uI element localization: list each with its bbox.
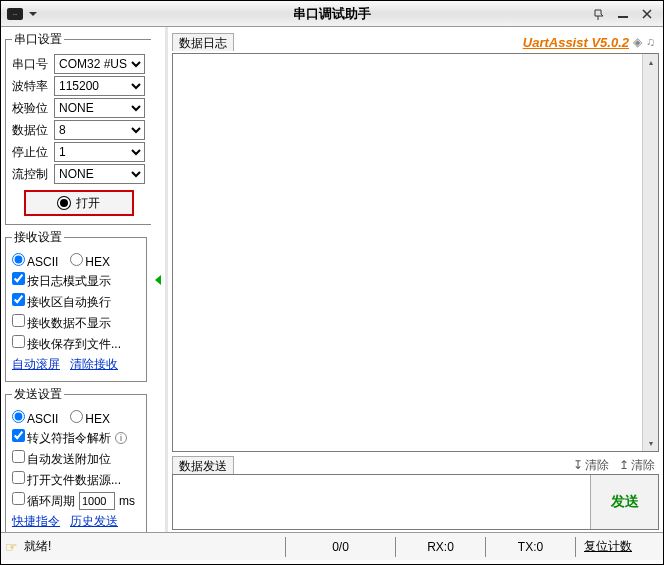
recv-ascii-radio[interactable]: ASCII bbox=[12, 253, 58, 269]
data-log-label: 数据日志 bbox=[172, 33, 234, 51]
send-ascii-radio[interactable]: ASCII bbox=[12, 410, 58, 426]
send-settings-legend: 发送设置 bbox=[12, 386, 64, 403]
status-counter: 0/0 bbox=[285, 537, 395, 557]
status-tx: TX:0 bbox=[485, 537, 575, 557]
titlebar: ··· 串口调试助手 bbox=[1, 1, 663, 27]
send-openfile-check[interactable]: 打开文件数据源... bbox=[12, 471, 121, 489]
send-hex-radio[interactable]: HEX bbox=[70, 410, 110, 426]
open-button-label: 打开 bbox=[76, 195, 100, 212]
info-icon[interactable]: i bbox=[115, 432, 127, 444]
recv-logmode-check[interactable]: 按日志模式显示 bbox=[12, 272, 111, 290]
recv-settings-legend: 接收设置 bbox=[12, 229, 64, 246]
status-dot-icon bbox=[58, 197, 70, 209]
check-select[interactable]: NONE bbox=[54, 98, 145, 118]
send-button[interactable]: 发送 bbox=[590, 475, 658, 529]
baud-label: 波特率 bbox=[12, 78, 52, 95]
ready-icon: ☞ bbox=[5, 539, 18, 555]
stop-select[interactable]: 1 bbox=[54, 142, 145, 162]
log-textarea[interactable]: ▴ ▾ bbox=[172, 53, 659, 452]
recv-settings-group: 接收设置 ASCII HEX 按日志模式显示 接收区自动换行 接收数据不显示 接… bbox=[5, 229, 147, 382]
splitter[interactable] bbox=[151, 27, 165, 532]
send-clear-down[interactable]: ↧清除 bbox=[573, 457, 609, 474]
clear-recv-link[interactable]: 清除接收 bbox=[70, 356, 118, 373]
auto-scroll-link[interactable]: 自动滚屏 bbox=[12, 356, 60, 373]
close-icon[interactable] bbox=[637, 6, 657, 22]
port-select[interactable]: COM32 #US bbox=[54, 54, 145, 74]
send-textarea[interactable] bbox=[173, 475, 590, 529]
send-settings-group: 发送设置 ASCII HEX 转义符指令解析 i 自动发送附加位 打开文件数据源… bbox=[5, 386, 147, 532]
arrow-down-icon: ↧ bbox=[573, 458, 583, 472]
check-label: 校验位 bbox=[12, 100, 52, 117]
status-ready-text: 就绪! bbox=[24, 538, 51, 555]
send-loop-check[interactable]: 循环周期 bbox=[12, 492, 75, 510]
scroll-up-icon[interactable]: ▴ bbox=[643, 54, 658, 70]
window-title: 串口调试助手 bbox=[293, 5, 371, 23]
minimize-icon[interactable] bbox=[613, 6, 633, 22]
data-label: 数据位 bbox=[12, 122, 52, 139]
data-select[interactable]: 8 bbox=[54, 120, 145, 140]
send-suffix-check[interactable]: 自动发送附加位 bbox=[12, 450, 111, 468]
loop-period-input[interactable] bbox=[79, 492, 115, 510]
baud-select[interactable]: 115200 bbox=[54, 76, 145, 96]
sidebar: 串口设置 串口号COM32 #US 波特率115200 校验位NONE 数据位8… bbox=[1, 27, 151, 532]
port-settings-legend: 串口设置 bbox=[12, 31, 64, 48]
bell-icon[interactable]: ♫ bbox=[646, 35, 655, 49]
port-label: 串口号 bbox=[12, 56, 52, 73]
reset-counter-link[interactable]: 复位计数 bbox=[575, 537, 640, 557]
port-settings-group: 串口设置 串口号COM32 #US 波特率115200 校验位NONE 数据位8… bbox=[5, 31, 151, 225]
recv-savefile-check[interactable]: 接收保存到文件... bbox=[12, 335, 121, 353]
flow-label: 流控制 bbox=[12, 166, 52, 183]
flow-select[interactable]: NONE bbox=[54, 164, 145, 184]
pin-icon[interactable] bbox=[589, 6, 609, 22]
brand-text[interactable]: UartAssist V5.0.2 bbox=[523, 35, 629, 50]
send-escape-check[interactable]: 转义符指令解析 bbox=[12, 429, 111, 447]
quick-cmd-link[interactable]: 快捷指令 bbox=[12, 513, 60, 530]
collapse-icon bbox=[155, 275, 161, 285]
recv-noshow-check[interactable]: 接收数据不显示 bbox=[12, 314, 111, 332]
svg-rect-0 bbox=[618, 16, 628, 18]
recv-wrap-check[interactable]: 接收区自动换行 bbox=[12, 293, 111, 311]
app-icon: ··· bbox=[7, 8, 23, 20]
scroll-down-icon[interactable]: ▾ bbox=[643, 435, 658, 451]
menu-dropdown-icon[interactable] bbox=[29, 12, 37, 16]
recv-hex-radio[interactable]: HEX bbox=[70, 253, 110, 269]
scrollbar[interactable]: ▴ ▾ bbox=[642, 54, 658, 451]
status-rx: RX:0 bbox=[395, 537, 485, 557]
history-send-link[interactable]: 历史发送 bbox=[70, 513, 118, 530]
open-button[interactable]: 打开 bbox=[24, 190, 134, 216]
diamond-icon[interactable]: ◈ bbox=[633, 35, 642, 49]
arrow-up-icon: ↥ bbox=[619, 458, 629, 472]
loop-unit: ms bbox=[119, 494, 135, 508]
data-send-label: 数据发送 bbox=[172, 456, 234, 474]
stop-label: 停止位 bbox=[12, 144, 52, 161]
send-clear-up[interactable]: ↥清除 bbox=[619, 457, 655, 474]
statusbar: ☞ 就绪! 0/0 RX:0 TX:0 复位计数 bbox=[1, 532, 663, 560]
